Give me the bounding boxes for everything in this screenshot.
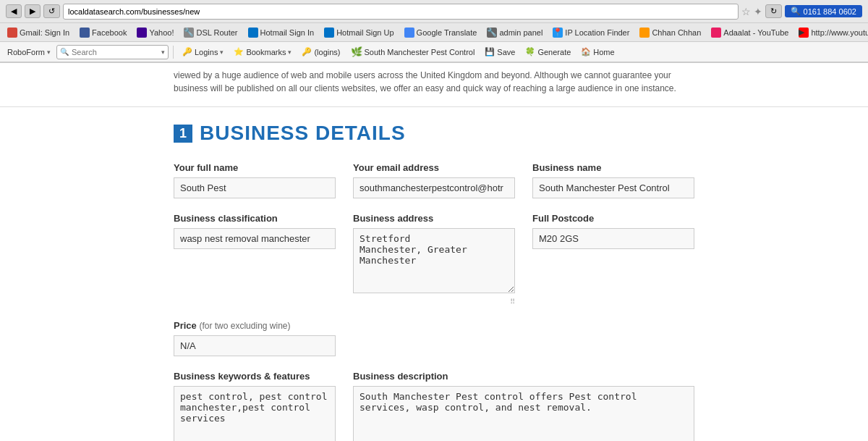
- email-label: Your email address: [353, 162, 515, 173]
- refresh-btn2[interactable]: ↻: [765, 4, 782, 18]
- home-label: Home: [593, 48, 614, 56]
- postcode-label: Full Postcode: [532, 213, 694, 224]
- home-icon: 🏠: [581, 47, 591, 56]
- price-input[interactable]: [174, 335, 336, 356]
- keywords-textarea[interactable]: pest control, pest control manchester,pe…: [174, 386, 336, 441]
- bookmark-ip-location[interactable]: 📍 IP Location Finder: [548, 26, 634, 39]
- smpc-bookmark[interactable]: 🌿 South Manchester Pest Control: [346, 45, 480, 59]
- price-label: Price (for two excluding wine): [174, 320, 336, 331]
- address-bar[interactable]: [63, 4, 739, 20]
- bookmark-hotmail-up[interactable]: Hotmail Sign Up: [320, 26, 398, 39]
- toolbar-search-box[interactable]: 🔍 ▾: [56, 45, 169, 59]
- bookmarks-label: Bookmarks: [246, 48, 286, 56]
- address-textarea[interactable]: Stretford Manchester, Greater Manchester: [353, 228, 515, 293]
- bookmark-dsl-label: DSL Router: [196, 28, 237, 37]
- empty-cell-2: [532, 320, 694, 356]
- save-label: Save: [497, 48, 515, 56]
- bookmark-adaalat[interactable]: Adaalat - YouTube: [707, 26, 793, 39]
- business-name-label: Business name: [532, 162, 694, 173]
- bookmark-youtube[interactable]: ▶ http://www.youtube.c...: [794, 26, 868, 39]
- dsl-icon: 🔧: [184, 28, 194, 38]
- smpc-label: South Manchester Pest Control: [365, 48, 475, 56]
- classification-label: Business classification: [174, 213, 336, 224]
- business-name-group: Business name: [532, 162, 694, 198]
- classification-group: Business classification: [174, 213, 336, 306]
- toolbar-search-input[interactable]: [72, 48, 158, 56]
- postcode-input[interactable]: [532, 228, 694, 249]
- logins-dropdown-arrow: ▾: [220, 49, 224, 56]
- bookmark-chhan-label: Chhan Chhan: [652, 28, 701, 37]
- bookmark-google-translate[interactable]: Google Translate: [400, 26, 482, 39]
- toolbar-search-icon: 🔍: [60, 48, 69, 56]
- bookmark-facebook-label: Facebook: [92, 28, 127, 37]
- bookmark-dsl[interactable]: 🔧 DSL Router: [179, 26, 242, 39]
- search-icon: 🔍: [791, 7, 801, 16]
- bookmarks-menu[interactable]: ⭐ Bookmarks ▾: [229, 46, 296, 58]
- price-group: Price (for two excluding wine): [174, 320, 336, 356]
- facebook-icon: [80, 28, 90, 38]
- section-number: 1: [174, 125, 192, 143]
- bookmark-google-translate-label: Google Translate: [417, 28, 477, 37]
- empty-cell-1: [353, 320, 515, 356]
- bookmark-admin-label: admin panel: [499, 28, 542, 37]
- logins-menu[interactable]: 🔑 Logins ▾: [178, 46, 228, 58]
- price-label-sub: (for two excluding wine): [199, 321, 290, 331]
- full-name-label: Your full name: [174, 162, 336, 173]
- logins2-icon: 🔑: [302, 47, 312, 56]
- logins2-label: (logins): [314, 48, 340, 56]
- yahoo-icon: [137, 28, 147, 38]
- address-group: Business address Stretford Manchester, G…: [353, 213, 515, 306]
- adaalat-icon: [711, 28, 721, 38]
- forward-button[interactable]: ▶: [25, 4, 41, 18]
- search-engine-btn[interactable]: 🔍 0161 884 0602: [785, 5, 862, 17]
- bookmark-chhan[interactable]: Chhan Chhan: [635, 26, 705, 39]
- bookmark-gmail[interactable]: Gmail: Sign In: [3, 26, 74, 39]
- bookmark-youtube-label: http://www.youtube.c...: [811, 28, 868, 37]
- back-button[interactable]: ◀: [6, 4, 22, 18]
- chhan-icon: [639, 28, 650, 38]
- email-input[interactable]: [353, 177, 515, 198]
- intro-text: viewed by a huge audience of web and mob…: [174, 70, 676, 93]
- intro-paragraph: viewed by a huge audience of web and mob…: [0, 63, 868, 107]
- bookmark-facebook[interactable]: Facebook: [75, 26, 131, 39]
- phone-number: 0161 884 0602: [804, 7, 856, 16]
- full-name-input[interactable]: [174, 177, 336, 198]
- section-title: BUSINESS DETAILS: [200, 122, 406, 145]
- bookmark-hotmail-in-label: Hotmail Sign In: [260, 28, 315, 37]
- keywords-label: Business keywords & features: [174, 371, 336, 382]
- full-name-group: Your full name: [174, 162, 336, 198]
- description-textarea[interactable]: South Manchester Pest control offers Pes…: [353, 386, 694, 441]
- bookmark-gmail-label: Gmail: Sign In: [20, 28, 69, 37]
- postcode-group: Full Postcode: [532, 213, 694, 306]
- bookmark-hotmail-in[interactable]: Hotmail Sign In: [244, 26, 319, 39]
- google-icon: [404, 28, 414, 38]
- address-resize-handle: ⠿: [353, 298, 515, 306]
- logins-icon: 🔑: [182, 47, 192, 56]
- bookmarks-dropdown-arrow: ▾: [288, 49, 292, 56]
- logins2-menu[interactable]: 🔑 (logins): [297, 46, 344, 58]
- business-name-input[interactable]: [532, 177, 694, 198]
- generate-button[interactable]: 🍀 Generate: [521, 46, 575, 58]
- bookmark-hotmail-up-label: Hotmail Sign Up: [336, 28, 393, 37]
- section-header: 1 BUSINESS DETAILS: [174, 122, 694, 145]
- refresh-button[interactable]: ↺: [43, 4, 60, 18]
- admin-icon: 🔧: [487, 28, 497, 38]
- price-label-main: Price: [174, 320, 197, 331]
- business-form: Your full name Your email address Busine…: [174, 162, 694, 441]
- bookmark-admin[interactable]: 🔧 admin panel: [482, 26, 547, 39]
- home-button[interactable]: 🏠 Home: [576, 46, 618, 58]
- bookmark-yahoo[interactable]: Yahoo!: [132, 26, 178, 39]
- business-details-section: 1 BUSINESS DETAILS Your full name Your e…: [0, 107, 868, 441]
- save-icon: 💾: [485, 47, 495, 56]
- star-icon: ✦: [754, 6, 762, 17]
- roboform-dropdown-arrow: ▾: [47, 49, 51, 56]
- roboform-menu[interactable]: RoboForm ▾: [3, 46, 55, 58]
- keywords-group: Business keywords & features pest contro…: [174, 371, 336, 441]
- save-button[interactable]: 💾 Save: [480, 46, 519, 58]
- bookmark-ip-label: IP Location Finder: [565, 28, 629, 37]
- hotmail-in-icon: [248, 28, 258, 38]
- search-dropdown-arrow: ▾: [161, 49, 165, 56]
- classification-input[interactable]: [174, 228, 336, 249]
- bookmark-icon[interactable]: ☆: [741, 6, 751, 17]
- gmail-icon: [7, 28, 17, 38]
